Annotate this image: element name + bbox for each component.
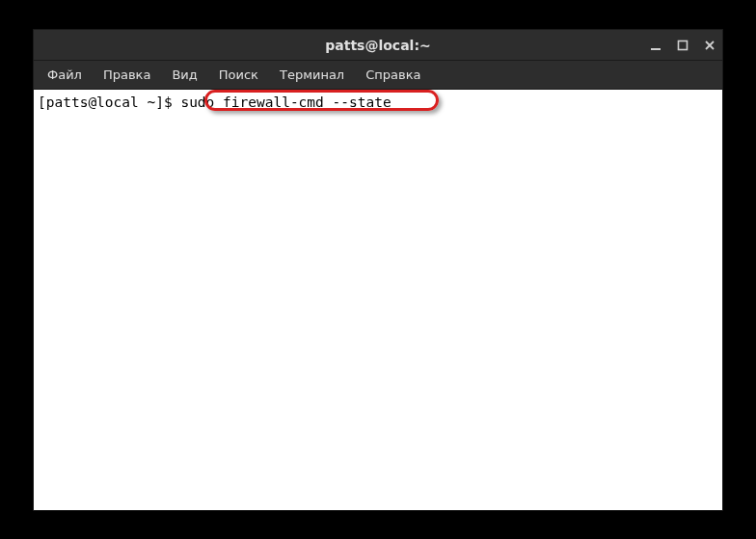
menu-file[interactable]: Файл [38, 64, 92, 86]
shell-prompt: [patts@local ~]$ [38, 94, 180, 110]
minimize-button[interactable] [649, 39, 662, 52]
window-controls [649, 30, 716, 61]
terminal-window: patts@local:~ Файл Правка Вид Поиск Терм… [33, 29, 723, 511]
window-title: patts@local:~ [325, 38, 430, 53]
maximize-button[interactable] [676, 39, 689, 52]
terminal-viewport[interactable]: [patts@local ~]$ sudo firewall-cmd --sta… [34, 90, 722, 510]
menubar: Файл Правка Вид Поиск Терминал Справка [34, 61, 722, 90]
shell-command: sudo firewall-cmd --state [180, 94, 391, 110]
svg-rect-0 [651, 48, 661, 50]
menu-edit[interactable]: Правка [94, 64, 160, 86]
titlebar[interactable]: patts@local:~ [34, 30, 722, 61]
terminal-line: [patts@local ~]$ sudo firewall-cmd --sta… [38, 94, 718, 112]
close-button[interactable] [703, 39, 716, 52]
menu-view[interactable]: Вид [162, 64, 206, 86]
menu-search[interactable]: Поиск [209, 64, 268, 86]
menu-help[interactable]: Справка [356, 64, 430, 86]
svg-rect-1 [679, 41, 688, 50]
menu-terminal[interactable]: Терминал [270, 64, 354, 86]
